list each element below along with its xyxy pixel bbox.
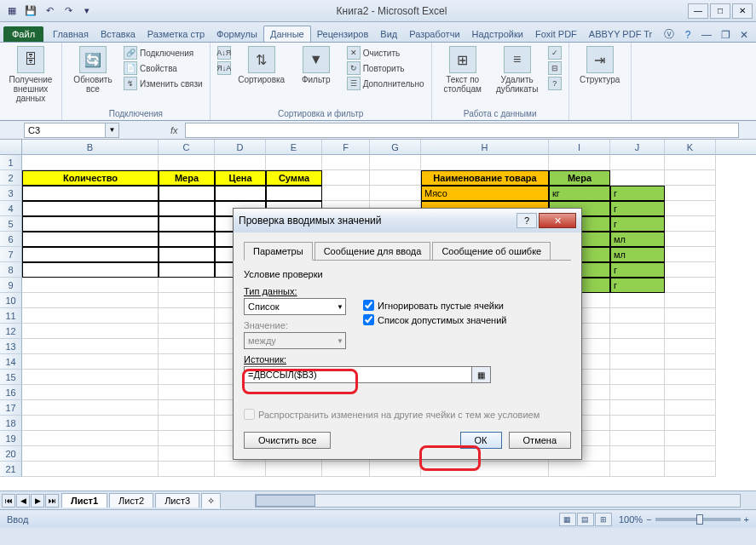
cell[interactable] (159, 431, 215, 446)
ribbon-minimize-icon[interactable]: ⓥ (662, 27, 676, 42)
save-icon[interactable]: 💾 (22, 3, 39, 20)
row-header[interactable]: 10 (0, 293, 22, 308)
cell[interactable] (159, 324, 215, 339)
cell[interactable] (22, 293, 159, 308)
horizontal-scrollbar[interactable] (255, 494, 741, 508)
cell[interactable] (322, 155, 370, 170)
cell[interactable] (22, 186, 159, 201)
col-header[interactable]: H (421, 140, 549, 154)
cell[interactable] (610, 416, 665, 431)
cell[interactable] (22, 308, 159, 324)
cancel-button[interactable]: Отмена (509, 432, 571, 449)
col-header[interactable]: B (22, 140, 159, 154)
cell[interactable] (159, 201, 215, 216)
cell[interactable] (370, 462, 421, 477)
row-header[interactable]: 17 (0, 400, 22, 416)
qat-dropdown-icon[interactable]: ▾ (78, 3, 95, 20)
row-header[interactable]: 21 (0, 462, 22, 477)
text-to-columns-button[interactable]: ⊞Текст по столбцам (439, 46, 487, 94)
dialog-tab-error-alert[interactable]: Сообщение об ошибке (432, 242, 551, 261)
cell[interactable] (159, 232, 215, 247)
cell[interactable] (370, 186, 421, 201)
tab-foxit[interactable]: Foxit PDF (529, 26, 583, 42)
cell[interactable] (22, 201, 159, 216)
clear-all-button[interactable]: Очистить все (244, 432, 331, 449)
maximize-button[interactable]: □ (710, 3, 730, 19)
tab-view[interactable]: Вид (374, 26, 403, 42)
cell[interactable] (665, 308, 716, 324)
cell[interactable]: Количество (22, 170, 159, 186)
sheet-nav-first-icon[interactable]: ⏮ (2, 494, 15, 508)
formula-input[interactable] (185, 123, 739, 138)
connections-button[interactable]: 🔗Подключения (124, 46, 203, 60)
cell[interactable] (665, 247, 716, 262)
cell[interactable] (22, 416, 159, 431)
cell[interactable] (22, 400, 159, 416)
row-header[interactable]: 14 (0, 354, 22, 370)
cell[interactable] (610, 293, 665, 308)
cell[interactable] (665, 446, 716, 462)
minimize-button[interactable]: — (688, 3, 708, 19)
cell[interactable] (159, 155, 215, 170)
cell[interactable] (159, 462, 215, 477)
data-validation-button[interactable]: ✓ (548, 46, 562, 60)
fx-icon[interactable]: fx (170, 125, 178, 135)
cell[interactable]: Мясо (421, 186, 549, 201)
cell[interactable] (610, 339, 665, 354)
cell[interactable] (22, 446, 159, 462)
cell[interactable]: Мера (549, 170, 610, 186)
row-header[interactable]: 13 (0, 339, 22, 354)
row-header[interactable]: 7 (0, 247, 22, 262)
cell[interactable] (159, 385, 215, 400)
cell[interactable]: мл (610, 247, 665, 262)
tab-abbyy[interactable]: ABBYY PDF Tr (583, 26, 658, 42)
cell[interactable] (665, 262, 716, 278)
cell[interactable] (665, 385, 716, 400)
cell[interactable] (665, 201, 716, 216)
cell[interactable]: мл (610, 232, 665, 247)
sheet-nav-prev-icon[interactable]: ◀ (16, 494, 30, 508)
view-pagebreak-icon[interactable]: ⊞ (595, 513, 612, 526)
row-header[interactable]: 8 (0, 262, 22, 278)
cell[interactable] (322, 462, 370, 477)
cell[interactable] (322, 170, 370, 186)
filter-button[interactable]: ▼Фильтр (292, 46, 340, 84)
col-header[interactable]: F (322, 140, 370, 154)
tab-layout[interactable]: Разметка стр (141, 26, 211, 42)
tab-file[interactable]: Файл (3, 26, 43, 42)
cell[interactable] (665, 186, 716, 201)
cell[interactable] (665, 216, 716, 232)
cell[interactable] (665, 339, 716, 354)
row-header[interactable]: 20 (0, 446, 22, 462)
cell[interactable] (22, 247, 159, 262)
source-input[interactable]: =ДВССЫЛ($B3) (244, 366, 472, 383)
reapply-button[interactable]: ↻Повторить (347, 61, 424, 75)
cell[interactable] (610, 155, 665, 170)
zoom-slider[interactable] (655, 518, 741, 521)
row-header[interactable]: 9 (0, 278, 22, 293)
outline-button[interactable]: ⇥Структура (576, 46, 624, 84)
dialog-help-icon[interactable]: ? (517, 213, 537, 228)
cell[interactable] (665, 400, 716, 416)
col-header[interactable]: I (549, 140, 610, 154)
cell[interactable] (665, 232, 716, 247)
zoom-level[interactable]: 100% (619, 514, 643, 525)
doc-close-icon[interactable]: ✕ (737, 29, 751, 41)
sheet-tab-3[interactable]: Лист3 (155, 493, 199, 508)
view-normal-icon[interactable]: ▦ (559, 513, 576, 526)
cell[interactable] (22, 370, 159, 385)
cell[interactable] (665, 155, 716, 170)
cell[interactable] (22, 431, 159, 446)
zoom-in-button[interactable]: + (744, 514, 749, 525)
cell[interactable] (549, 155, 610, 170)
cell[interactable] (159, 278, 215, 293)
cell[interactable] (215, 462, 266, 477)
cell[interactable] (665, 354, 716, 370)
sheet-tab-1[interactable]: Лист1 (61, 493, 107, 508)
new-sheet-button[interactable]: ✧ (201, 493, 221, 508)
cell[interactable] (421, 462, 549, 477)
cell[interactable] (665, 462, 716, 477)
doc-minimize-icon[interactable]: — (700, 29, 713, 41)
row-header[interactable]: 5 (0, 216, 22, 232)
cell[interactable] (610, 354, 665, 370)
